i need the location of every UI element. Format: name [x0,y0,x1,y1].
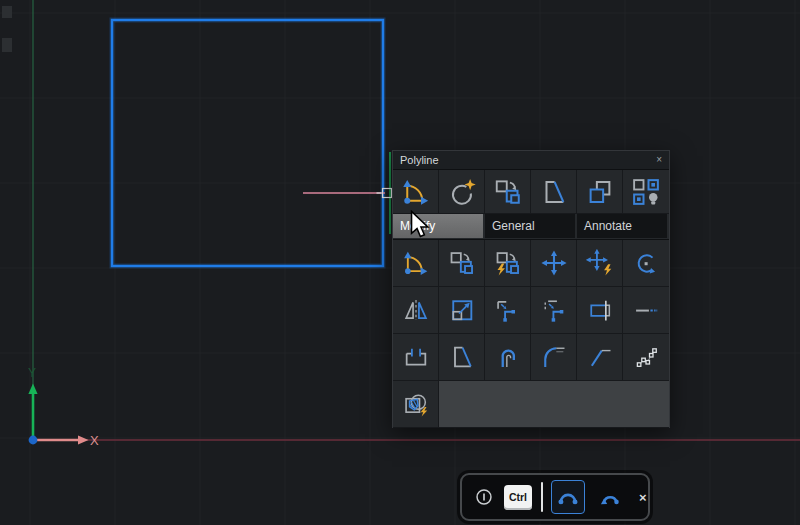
break-icon [402,343,430,371]
ucs-origin-dot [29,436,38,445]
application-window: Y X Polyline × [0,0,800,525]
quad-tool-quad-display[interactable] [623,170,669,214]
offset-icon [494,343,522,371]
quad-tab-annotate[interactable]: Annotate [577,214,669,238]
hotkey-assistant: Ctrl × [460,473,650,521]
lengthen-icon [632,296,660,324]
hatch-quick-icon [402,390,430,418]
edge-artifact [2,38,12,52]
quad-close-icon[interactable]: × [656,155,662,165]
polyline-edit-icon [401,177,431,207]
quad-recent-tools-row [393,170,669,214]
copy-icon [448,249,476,277]
ucs-x-label: X [90,433,99,448]
quad-tool-copy[interactable] [439,240,485,287]
arc-opposite-dir-icon [597,484,623,510]
fillet-icon [540,343,568,371]
trim-icon [586,296,614,324]
polyline-edit-icon [402,249,430,277]
drawn-rectangle-glow [112,20,383,266]
quad-tool-hatch-quick[interactable] [393,381,439,428]
quad-tool-move[interactable] [531,240,577,287]
ucs-x-arrowhead [78,435,89,444]
quad-title-bar[interactable]: Polyline × [393,151,669,170]
arc-start-dir-icon [555,484,581,510]
quad-tool-scale[interactable] [439,287,485,334]
move-icon [540,249,568,277]
solid-icon [448,343,476,371]
move-quick-icon [586,249,614,277]
quad-empty-area [439,381,669,428]
solid-icon [539,177,569,207]
quad-tool-copy-quick[interactable] [485,240,531,287]
quad-tool-rotate[interactable] [623,240,669,287]
ucs-y-label: Y [28,366,36,380]
quad-tab-modify[interactable]: Modify [393,214,485,238]
drawn-rectangle[interactable] [112,20,383,266]
quad-tool-edit-vertices[interactable] [623,334,669,381]
quad-tool-move-quick[interactable] [577,240,623,287]
duplicate-icon [585,177,615,207]
stretch-mark-icon [540,296,568,324]
quad-tool-fillet[interactable] [531,334,577,381]
ctrl-key-button[interactable]: Ctrl [504,485,532,510]
edit-vertices-icon [632,343,660,371]
quad-tool-copy[interactable] [485,170,531,214]
quad-tool-stretch-mark[interactable] [531,287,577,334]
scale-icon [448,296,476,324]
quad-panel-title: Polyline [400,154,439,166]
mouse-cursor [410,210,430,241]
assistant-options [543,480,627,514]
quad-display-icon [631,177,661,207]
stretch-icon [494,296,522,324]
assistant-close-icon[interactable]: × [639,490,647,505]
quad-modify-tools-grid [393,240,669,428]
quad-tool-offset[interactable] [485,334,531,381]
ucs-icon: Y X [28,366,99,448]
quad-tool-solid[interactable] [439,334,485,381]
quad-tool-trim[interactable] [577,287,623,334]
quad-tool-break[interactable] [393,334,439,381]
info-icon[interactable] [473,486,495,508]
mirror-icon [402,296,430,324]
quad-tool-duplicate[interactable] [577,170,623,214]
quad-tool-polyline-edit[interactable] [393,240,439,287]
quad-tab-general[interactable]: General [485,214,577,238]
assistant-option-arc-opposite-dir[interactable] [593,480,627,514]
copy-quick-icon [494,249,522,277]
info-icon [473,486,495,508]
quad-tool-mirror[interactable] [393,287,439,334]
quad-tool-chamfer[interactable] [577,334,623,381]
edge-artifact [2,6,12,18]
quad-tool-solid[interactable] [531,170,577,214]
assistant-option-arc-start-dir-selected[interactable] [551,480,585,514]
quad-tool-explode[interactable] [439,170,485,214]
quad-panel: Polyline × ModifyGeneralAnnotate [392,150,670,428]
quad-tab-row: ModifyGeneralAnnotate [393,214,669,240]
chamfer-icon [586,343,614,371]
quad-tool-polyline-edit[interactable] [393,170,439,214]
explode-icon [447,177,477,207]
quad-tool-lengthen[interactable] [623,287,669,334]
rotate-icon [632,249,660,277]
copy-icon [493,177,523,207]
quad-tool-stretch[interactable] [485,287,531,334]
